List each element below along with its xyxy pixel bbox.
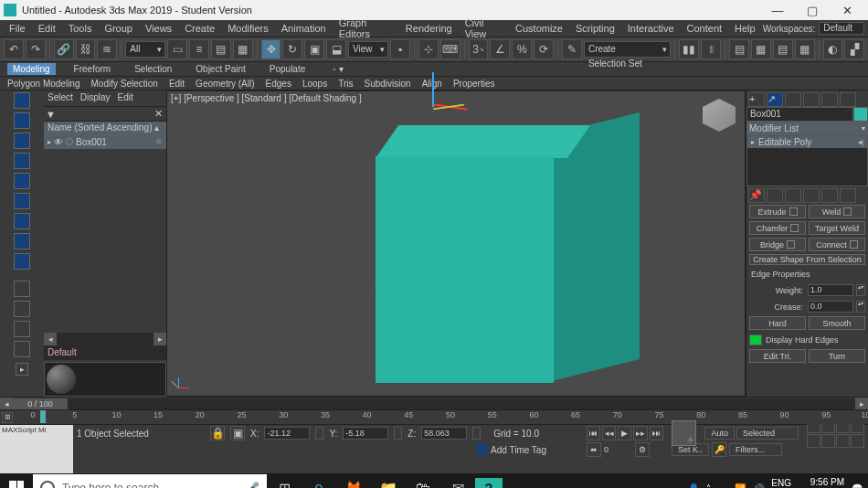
clear-filter-icon[interactable]: ✕ — [153, 108, 164, 120]
weight-spinner-buttons[interactable]: ▴▾ — [856, 284, 865, 296]
panel-edges[interactable]: Edges — [262, 79, 295, 89]
tray-volume-icon[interactable]: 🔊 — [753, 483, 764, 489]
spinner-snap-button[interactable]: ⟳ — [534, 39, 554, 59]
close-window-button[interactable]: ✕ — [830, 0, 864, 20]
left-tool-icon[interactable] — [14, 133, 30, 149]
move-button[interactable]: ✥ — [261, 39, 281, 59]
menu-rendering[interactable]: Rendering — [400, 22, 458, 35]
store-app-icon[interactable]: 🛍 — [406, 473, 440, 488]
panel-tris[interactable]: Tris — [334, 79, 356, 89]
create-shape-button[interactable]: Create Shape From Selection — [749, 254, 865, 265]
left-tool-icon[interactable] — [14, 281, 30, 297]
start-button[interactable] — [0, 473, 33, 488]
explorer-app-icon[interactable]: 📁 — [371, 473, 406, 488]
make-unique-button[interactable] — [785, 188, 801, 203]
select-by-name-button[interactable]: ≡ — [189, 39, 209, 59]
settings-icon[interactable] — [790, 224, 799, 232]
snap-3-button[interactable]: 3↘ — [469, 39, 489, 59]
weld-button[interactable]: Weld — [809, 205, 865, 218]
named-selection-dropdown[interactable]: Create Selection Set — [584, 41, 671, 58]
mirror-button[interactable]: ▮▮ — [679, 39, 699, 59]
left-tool-icon[interactable] — [14, 112, 30, 129]
visibility-icon[interactable]: 👁 — [54, 137, 63, 147]
key-filters-icon[interactable]: 🔑 — [712, 442, 726, 457]
scroll-right-button[interactable]: ▸ — [153, 333, 166, 345]
scroll-left-button[interactable]: ◂ — [44, 333, 57, 345]
taskbar-search[interactable]: Type here to search 🎤 — [33, 474, 267, 488]
ribbon-tab-object-paint[interactable]: Object Paint — [190, 63, 250, 75]
scene-tab-display[interactable]: Display — [80, 92, 111, 104]
settings-icon[interactable] — [787, 240, 795, 249]
mic-icon[interactable]: 🎤 — [247, 482, 259, 488]
key-filters-button[interactable]: Filters... — [729, 443, 782, 456]
next-frame-button[interactable]: ▸▸ — [633, 426, 647, 440]
ref-coord-dropdown[interactable]: View — [348, 41, 388, 58]
menu-animation[interactable]: Animation — [276, 22, 332, 35]
placement-button[interactable]: ⬓ — [326, 39, 346, 59]
panel-edit[interactable]: Edit — [165, 79, 188, 89]
scene-tab-select[interactable]: Select — [48, 92, 73, 104]
show-end-result-button[interactable] — [767, 188, 783, 203]
firefox-app-icon[interactable]: 🦊 — [336, 473, 371, 488]
goto-end-button[interactable]: ⏭ — [650, 426, 663, 440]
minimize-button[interactable]: — — [760, 0, 795, 20]
window-crossing-button[interactable]: ▦ — [233, 39, 253, 59]
3dsmax-app-icon[interactable]: 3 — [475, 478, 503, 489]
edge-app-icon[interactable]: e — [302, 473, 336, 488]
isolate-selection-button[interactable]: ▣ — [230, 426, 245, 440]
extrude-button[interactable]: Extrude — [749, 205, 806, 218]
left-tool-icon[interactable] — [14, 213, 30, 229]
track-bar[interactable]: ⊞ 05101520253035404550556065707580859095… — [0, 409, 868, 424]
panel-geometry-all[interactable]: Geometry (All) — [192, 79, 258, 89]
layer-explorer-button[interactable]: ▤ — [729, 39, 749, 59]
tray-up-icon[interactable]: ˄ — [706, 483, 711, 489]
pivot-button[interactable]: ▪ — [390, 39, 410, 59]
panel-loops[interactable]: Loops — [299, 79, 331, 89]
object-name-field[interactable]: Box001 — [746, 107, 853, 122]
scale-button[interactable]: ▣ — [304, 39, 324, 59]
scene-row-expand-icon[interactable]: ▸ — [48, 138, 51, 146]
z-coord-field[interactable]: 58.063 — [421, 427, 467, 440]
settings-icon[interactable] — [843, 207, 852, 216]
tray-network-icon[interactable]: 📶 — [735, 483, 746, 489]
unlink-button[interactable]: ⛓ — [76, 39, 96, 59]
ribbon-tab-freeform[interactable]: Freeform — [69, 63, 117, 75]
menu-scripting[interactable]: Scripting — [570, 22, 620, 35]
material-editor-button[interactable]: ◐ — [823, 39, 843, 59]
manipulate-button[interactable]: ⊹ — [418, 39, 439, 59]
crease-spinner-buttons[interactable]: ▴▾ — [856, 301, 865, 313]
align-button[interactable]: ⫴ — [701, 39, 721, 59]
create-tab[interactable]: + — [748, 92, 765, 107]
left-tool-icon[interactable] — [14, 92, 30, 109]
bind-button[interactable]: ≋ — [97, 39, 117, 59]
x-spinner[interactable] — [315, 427, 323, 440]
panel-subdivision[interactable]: Subdivision — [360, 79, 414, 89]
scene-row[interactable]: ▸ 👁 Box001 ❄ — [44, 134, 166, 149]
workspace-dropdown[interactable]: Default — [819, 22, 864, 35]
material-preview-slot[interactable] — [44, 362, 166, 397]
menu-graph-editors[interactable]: Graph Editors — [333, 16, 398, 40]
task-view-button[interactable]: ⊞ — [267, 473, 302, 488]
ribbon-tab-modeling[interactable]: Modeling — [7, 63, 56, 75]
filter-icon[interactable]: ▼ — [46, 109, 57, 120]
edit-named-sel-button[interactable]: ✎ — [562, 39, 582, 59]
display-tab[interactable] — [821, 92, 838, 107]
hard-button[interactable]: Hard — [749, 316, 806, 330]
display-hard-edges-label[interactable]: Display Hard Edges — [766, 335, 839, 345]
viewport-perspective[interactable]: [+] [Perspective ] [Standard ] [Default … — [166, 90, 746, 397]
scene-tab-edit[interactable]: Edit — [118, 92, 133, 104]
configure-sets-button[interactable] — [821, 188, 838, 203]
angle-snap-button[interactable]: ∠ — [490, 39, 510, 59]
maxscript-listener[interactable]: MAXScript Mi — [0, 425, 73, 451]
scene-row-frozen-icon[interactable]: ❄ — [155, 137, 163, 146]
menu-views[interactable]: Views — [140, 22, 177, 35]
trackbar-toggle-icon[interactable]: ⊞ — [2, 412, 13, 423]
panel-polygon-modeling[interactable]: Polygon Modeling — [4, 79, 84, 89]
menu-edit[interactable]: Edit — [33, 22, 61, 35]
time-slider-thumb[interactable]: 0 / 100 — [13, 398, 68, 409]
modify-tab[interactable]: ↗ — [767, 92, 783, 107]
time-config-button[interactable]: ⚙ — [635, 442, 650, 457]
auto-key-button[interactable]: Auto — [704, 427, 735, 440]
utilities-tab[interactable] — [840, 92, 856, 107]
menu-customize[interactable]: Customize — [510, 22, 568, 35]
